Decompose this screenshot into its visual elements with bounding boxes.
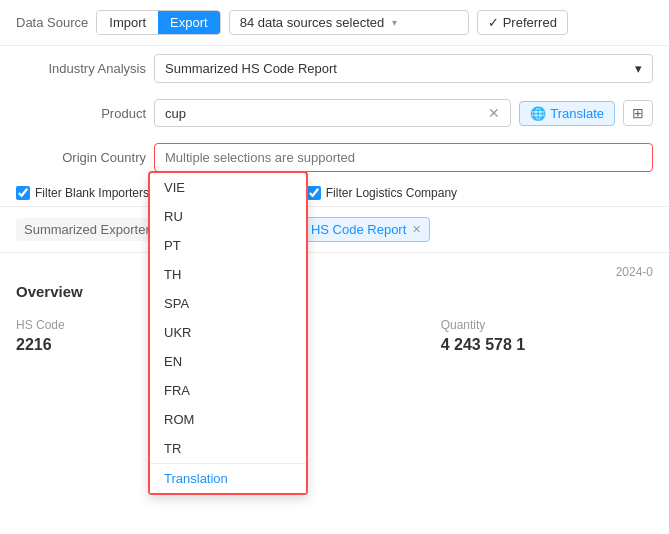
tab-hscode-close-icon[interactable]: ✕ [412, 223, 421, 236]
stats-row: HS Code 2216 Weight 81 593 279 Quantity … [16, 312, 653, 360]
extra-icon-button[interactable]: ⊞ [623, 100, 653, 126]
stat-quantity-label: Quantity [441, 318, 653, 332]
preferred-button[interactable]: ✓ Preferred [477, 10, 568, 35]
chevron-down-icon: ▾ [635, 61, 642, 76]
origin-row: Origin Country VIE RU PT TH SPA UKR EN F… [0, 135, 669, 180]
origin-input[interactable] [154, 143, 653, 172]
industry-value: Summarized HS Code Report [165, 61, 337, 76]
dropdown-item-th[interactable]: TH [150, 260, 306, 289]
datasource-row: Data Source Import Export 84 data source… [0, 0, 669, 46]
filter-logistics-checkbox[interactable] [307, 186, 321, 200]
product-row: Product ✕ 🌐 Translate ⊞ [0, 91, 669, 135]
preferred-label: Preferred [503, 15, 557, 30]
check-circle-icon: ✓ [488, 15, 499, 30]
origin-label: Origin Country [16, 150, 146, 165]
dropdown-item-pt[interactable]: PT [150, 231, 306, 260]
dropdown-item-ukr[interactable]: UKR [150, 318, 306, 347]
clear-icon[interactable]: ✕ [488, 105, 500, 121]
stat-quantity: Quantity 4 243 578 1 [441, 312, 653, 360]
origin-dropdown: VIE RU PT TH SPA UKR EN FRA ROM TR Trans… [148, 171, 308, 495]
content-area: 2024-0 Overview HS Code 2216 Weight 81 5… [0, 253, 669, 372]
translate-button[interactable]: 🌐 Translate [519, 101, 615, 126]
dropdown-item-tr[interactable]: TR [150, 434, 306, 463]
industry-label: Industry Analysis [16, 61, 146, 76]
dropdown-footer[interactable]: Translation [150, 463, 306, 493]
source-count-text: 84 data sources selected [240, 15, 385, 30]
datasource-label: Data Source [16, 15, 88, 30]
dropdown-item-en[interactable]: EN [150, 347, 306, 376]
filter-blank-importers[interactable]: Filter Blank Importers [16, 186, 149, 200]
date-text: 2024-0 [16, 265, 653, 279]
translate-icon: 🌐 [530, 106, 546, 121]
filters-row: Filter Blank Importers Filter Blank Expo… [0, 180, 669, 206]
dropdown-item-fra[interactable]: FRA [150, 376, 306, 405]
overview-title: Overview [16, 283, 653, 300]
product-input-field: ✕ [154, 99, 511, 127]
industry-row: Industry Analysis Summarized HS Code Rep… [0, 46, 669, 91]
import-export-toggle[interactable]: Import Export [96, 10, 220, 35]
import-button[interactable]: Import [97, 11, 158, 34]
dropdown-item-vie[interactable]: VIE [150, 173, 306, 202]
source-selector[interactable]: 84 data sources selected ▾ [229, 10, 469, 35]
chevron-down-icon: ▾ [392, 17, 397, 28]
dropdown-item-rom[interactable]: ROM [150, 405, 306, 434]
export-button[interactable]: Export [158, 11, 220, 34]
filter-logistics-label: Filter Logistics Company [326, 186, 457, 200]
filter-importers-checkbox[interactable] [16, 186, 30, 200]
translate-label: Translate [550, 106, 604, 121]
dropdown-item-ru[interactable]: RU [150, 202, 306, 231]
stat-quantity-value: 4 243 578 1 [441, 336, 653, 354]
industry-select[interactable]: Summarized HS Code Report ▾ [154, 54, 653, 83]
product-label: Product [16, 106, 146, 121]
filter-logistics[interactable]: Filter Logistics Company [307, 186, 457, 200]
dropdown-item-spa[interactable]: SPA [150, 289, 306, 318]
product-input[interactable] [165, 106, 482, 121]
tabs-row: Summarized Exporter Report ✕ Summarized … [0, 207, 669, 253]
filter-importers-label: Filter Blank Importers [35, 186, 149, 200]
